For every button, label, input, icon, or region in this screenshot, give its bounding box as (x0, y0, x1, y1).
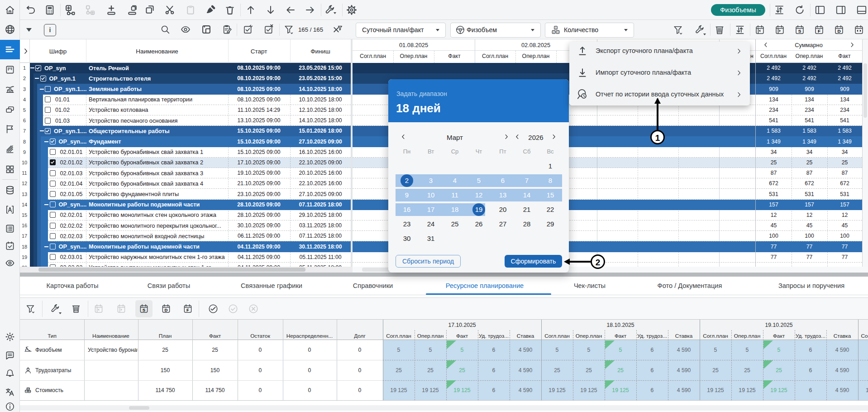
svg-text:F: F (818, 29, 820, 34)
svg-text:S: S (798, 29, 801, 34)
svg-text:D: D (837, 29, 840, 34)
svg-text:F: F (186, 307, 189, 312)
svg-text:S: S (143, 307, 145, 312)
svg-text:D: D (165, 307, 168, 312)
